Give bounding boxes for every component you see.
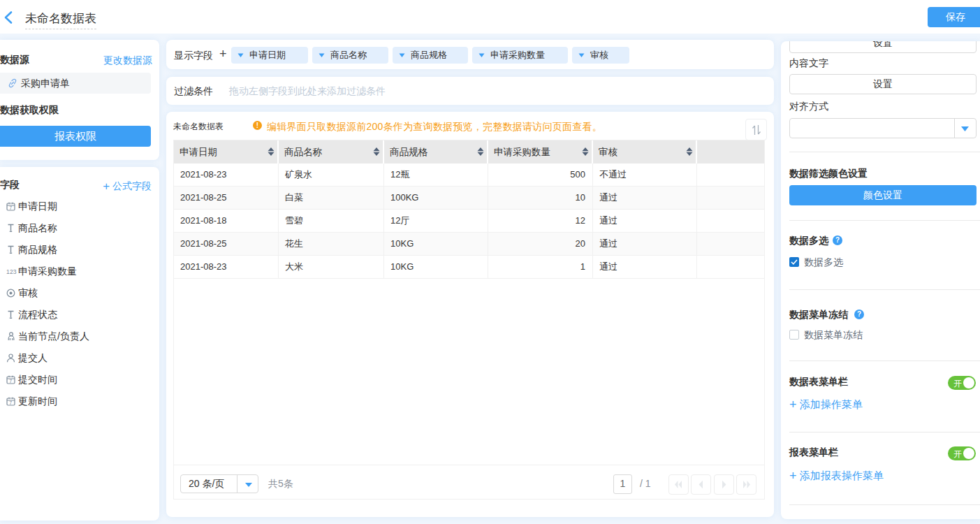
svg-text:7: 7 — [9, 205, 12, 210]
svg-text:123: 123 — [6, 268, 17, 275]
svg-text:7: 7 — [9, 400, 12, 405]
svg-text:7: 7 — [9, 379, 12, 384]
